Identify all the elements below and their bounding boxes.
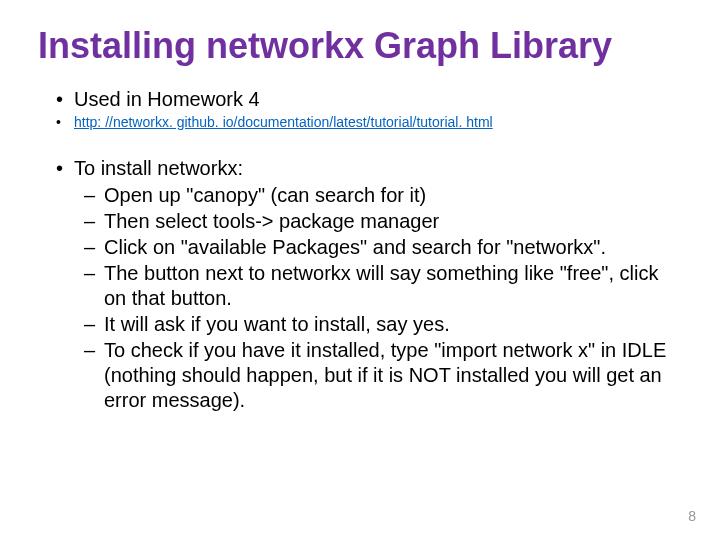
dash-icon: – (84, 235, 104, 260)
slide-title: Installing networkx Graph Library (38, 25, 682, 67)
step-text: Open up "canopy" (can search for it) (104, 183, 682, 208)
step-text: Then select tools-> package manager (104, 209, 682, 234)
dash-icon: – (84, 261, 104, 311)
bullet-dot-icon: • (56, 114, 74, 132)
step-item: – The button next to networkx will say s… (84, 261, 682, 311)
bullet-dot-icon: • (56, 156, 74, 181)
step-item: – Open up "canopy" (can search for it) (84, 183, 682, 208)
dash-icon: – (84, 338, 104, 413)
page-number: 8 (688, 508, 696, 524)
step-item: – To check if you have it installed, typ… (84, 338, 682, 413)
bullet-dot-icon: • (56, 87, 74, 112)
dash-icon: – (84, 209, 104, 234)
tutorial-link[interactable]: http: //networkx. github. io/documentati… (74, 114, 493, 132)
step-item: – Then select tools-> package manager (84, 209, 682, 234)
step-text: Click on "available Packages" and search… (104, 235, 682, 260)
dash-icon: – (84, 183, 104, 208)
slide-body: • Used in Homework 4 • http: //networkx.… (38, 87, 682, 413)
step-text: To check if you have it installed, type … (104, 338, 682, 413)
bullet-used-in: • Used in Homework 4 (56, 87, 682, 112)
bullet-install: • To install networkx: (56, 156, 682, 181)
step-item: – It will ask if you want to install, sa… (84, 312, 682, 337)
step-item: – Click on "available Packages" and sear… (84, 235, 682, 260)
step-text: It will ask if you want to install, say … (104, 312, 682, 337)
bullet-text: To install networkx: (74, 156, 243, 181)
bullet-link-row: • http: //networkx. github. io/documenta… (56, 114, 682, 132)
dash-icon: – (84, 312, 104, 337)
bullet-text: Used in Homework 4 (74, 87, 260, 112)
step-text: The button next to networkx will say som… (104, 261, 682, 311)
